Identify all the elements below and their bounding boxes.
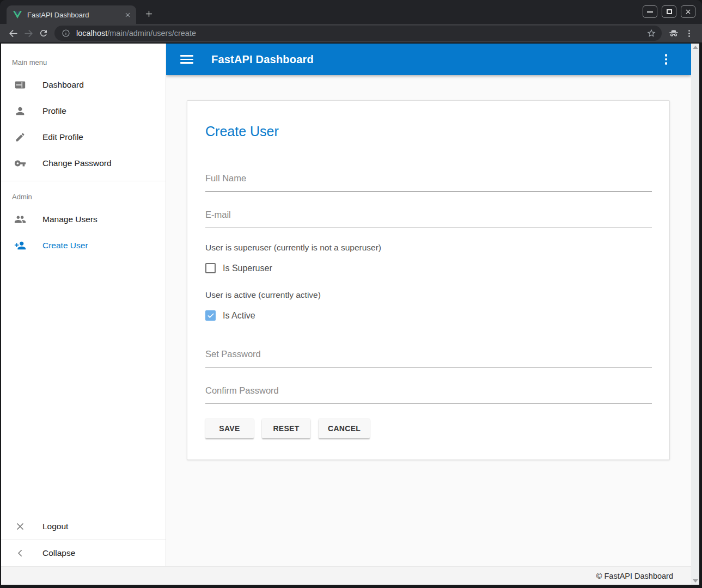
sidebar-item-create-user[interactable]: Create User <box>1 232 166 259</box>
full-name-field-wrap <box>205 170 652 192</box>
forward-button[interactable] <box>21 26 36 41</box>
sidebar-item-edit-profile[interactable]: Edit Profile <box>1 124 166 150</box>
scroll-up-icon[interactable] <box>693 46 698 49</box>
minimize-button[interactable] <box>643 5 657 18</box>
tab-title: FastAPI Dashboard <box>27 11 119 19</box>
browser-tab[interactable]: FastAPI Dashboard <box>7 5 136 24</box>
close-window-button[interactable] <box>681 5 695 18</box>
reload-button[interactable] <box>36 26 51 41</box>
key-icon <box>14 157 27 169</box>
is-active-label: Is Active <box>223 311 255 321</box>
url-text[interactable]: localhost/main/admin/users/create <box>76 29 640 38</box>
page-info-icon[interactable] <box>62 29 70 38</box>
full-name-input[interactable] <box>205 170 652 192</box>
sidebar-item-logout[interactable]: Logout <box>1 513 166 540</box>
save-button[interactable]: SAVE <box>205 419 254 438</box>
maximize-button[interactable] <box>662 5 676 18</box>
app-title: FastAPI Dashboard <box>211 53 660 66</box>
sidebar: Main menu Dashboard <box>1 44 166 566</box>
email-field-wrap <box>205 206 652 228</box>
scroll-down-icon[interactable] <box>693 579 698 583</box>
is-superuser-label: Is Superuser <box>223 264 272 273</box>
active-checkbox-row: Is Active <box>205 310 652 321</box>
tab-strip: FastAPI Dashboard <box>0 0 702 24</box>
sidebar-item-change-password[interactable]: Change Password <box>1 150 166 176</box>
sidebar-section-label-main: Main menu <box>1 44 166 72</box>
browser-menu-icon[interactable] <box>681 26 697 41</box>
active-note: User is active (currently active) <box>205 290 652 300</box>
sidebar-item-label: Edit Profile <box>42 132 83 142</box>
url-host: localhost <box>76 29 107 38</box>
bookmark-star-icon[interactable] <box>646 28 656 38</box>
person-icon <box>14 105 27 117</box>
confirm-password-input[interactable] <box>205 382 652 404</box>
person-add-icon <box>14 240 27 252</box>
form-buttons: SAVE RESET CANCEL <box>205 419 652 438</box>
sidebar-item-label: Collapse <box>42 548 75 558</box>
sidebar-item-dashboard[interactable]: Dashboard <box>1 72 166 98</box>
sidebar-item-label: Dashboard <box>42 80 84 90</box>
page-footer: © FastAPI Dashboard <box>1 566 691 585</box>
reset-button[interactable]: RESET <box>262 419 310 438</box>
address-bar[interactable]: localhost/main/admin/users/create <box>54 26 662 41</box>
new-tab-button[interactable] <box>141 5 157 22</box>
is-superuser-checkbox[interactable] <box>205 263 216 273</box>
tab-close-icon[interactable] <box>125 12 131 18</box>
vertical-scrollbar[interactable] <box>691 44 699 585</box>
vue-favicon-icon <box>13 11 22 19</box>
cancel-button[interactable]: CANCEL <box>319 419 370 438</box>
close-icon <box>14 521 27 532</box>
people-icon <box>14 213 27 225</box>
is-active-checkbox[interactable] <box>205 310 216 321</box>
sidebar-section-label-admin: Admin <box>1 181 166 206</box>
browser-chrome: FastAPI Dashboard <box>0 0 702 44</box>
form-title: Create User <box>205 124 652 139</box>
incognito-icon <box>666 26 681 41</box>
chevron-left-icon <box>14 548 27 558</box>
sidebar-item-collapse[interactable]: Collapse <box>1 540 166 566</box>
main-area: FastAPI Dashboard Create User User is su… <box>166 44 691 566</box>
url-path: /main/admin/users/create <box>107 29 196 38</box>
sidebar-item-label: Change Password <box>42 158 112 168</box>
dashboard-icon <box>14 79 27 91</box>
sidebar-item-label: Manage Users <box>42 215 97 224</box>
sidebar-item-label: Logout <box>42 522 68 531</box>
sidebar-item-label: Profile <box>42 106 66 116</box>
create-user-card: Create User User is superuser (currently… <box>187 100 670 460</box>
browser-toolbar: localhost/main/admin/users/create <box>0 24 702 42</box>
hamburger-menu-icon[interactable] <box>180 55 193 64</box>
email-input[interactable] <box>205 206 652 228</box>
sidebar-item-label: Create User <box>42 241 88 250</box>
pencil-icon <box>14 132 27 143</box>
confirm-password-field-wrap <box>205 382 652 404</box>
set-password-input[interactable] <box>205 346 652 367</box>
superuser-checkbox-row: Is Superuser <box>205 263 652 273</box>
back-button[interactable] <box>5 26 21 41</box>
app-bar: FastAPI Dashboard <box>166 44 691 75</box>
appbar-menu-icon[interactable] <box>660 53 673 66</box>
page-content: Main menu Dashboard <box>1 44 699 585</box>
sidebar-item-manage-users[interactable]: Manage Users <box>1 206 166 232</box>
window-controls <box>643 5 695 18</box>
browser-window: FastAPI Dashboard <box>0 0 702 588</box>
superuser-note: User is superuser (currently is not a su… <box>205 243 652 253</box>
sidebar-item-profile[interactable]: Profile <box>1 98 166 124</box>
set-password-field-wrap <box>205 346 652 367</box>
footer-copyright: © FastAPI Dashboard <box>596 572 673 580</box>
